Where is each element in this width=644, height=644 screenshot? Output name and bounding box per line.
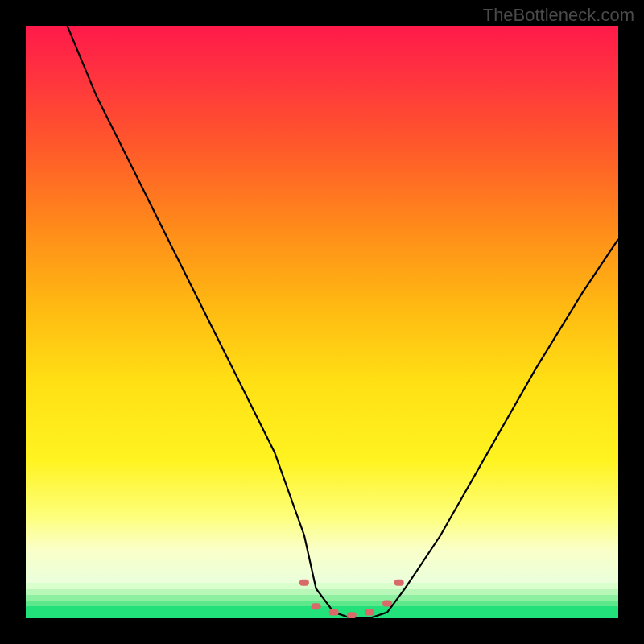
trough-marker [303,583,401,616]
bottleneck-curve [68,26,619,618]
chart-plot-area [26,26,618,618]
watermark-text: TheBottleneck.com [483,5,634,26]
chart-svg [26,26,618,618]
